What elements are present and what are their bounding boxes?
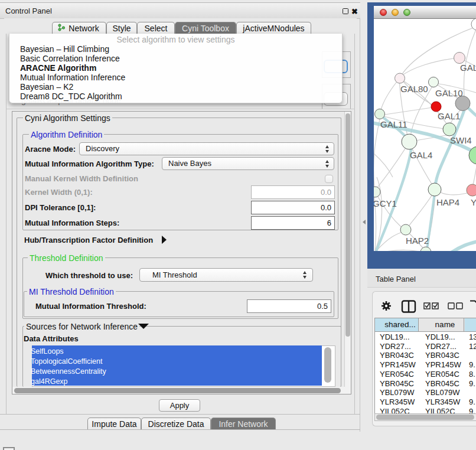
svg-text:GAL1: GAL1 <box>438 111 460 121</box>
svg-text:GAL10: GAL10 <box>435 88 463 98</box>
svg-text:GCY1: GCY1 <box>374 198 397 208</box>
svg-text:GAL11: GAL11 <box>380 119 407 129</box>
svg-text:SWI4: SWI4 <box>450 135 472 145</box>
svg-text:HAP4: HAP4 <box>436 197 459 207</box>
svg-text:GAL4: GAL4 <box>410 150 432 160</box>
svg-text:HAP2: HAP2 <box>406 236 429 246</box>
svg-text:GAL80: GAL80 <box>400 84 428 94</box>
svg-text:Y: Y <box>471 197 476 207</box>
svg-text:GAL: GAL <box>460 63 476 73</box>
